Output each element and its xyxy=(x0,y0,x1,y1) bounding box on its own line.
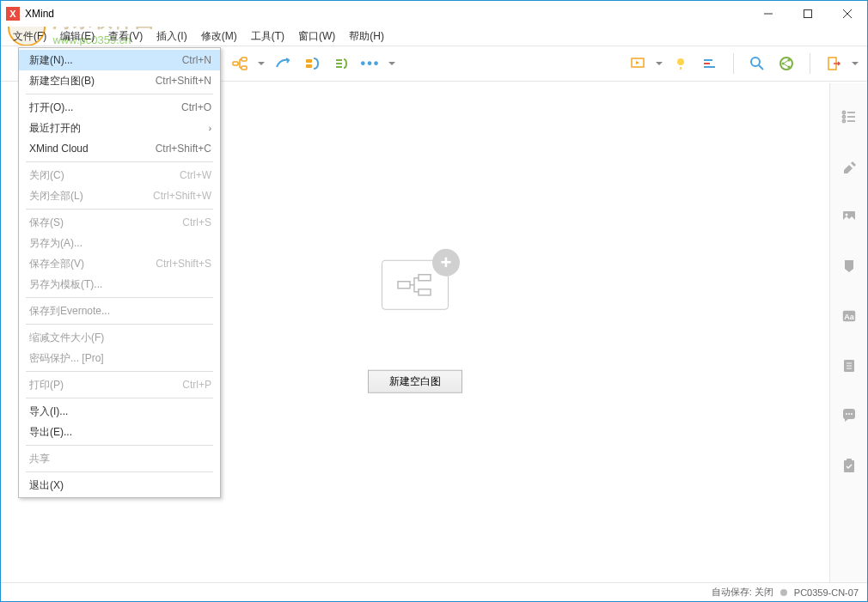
toolbar-boundary-btn[interactable] xyxy=(299,51,325,76)
svg-line-19 xyxy=(759,65,763,70)
svg-rect-17 xyxy=(704,66,715,68)
toolbar-export-btn[interactable] xyxy=(821,51,847,76)
menu-item-export[interactable]: 导出(E)... xyxy=(19,422,220,442)
menu-item-save: 保存(S)Ctrl+S xyxy=(19,212,220,233)
menu-item-open[interactable]: 打开(O)...Ctrl+O xyxy=(19,97,220,118)
menu-item-recent[interactable]: 最近打开的› xyxy=(19,118,220,138)
svg-point-30 xyxy=(842,112,845,114)
status-dot-icon xyxy=(780,589,787,596)
toolbar-separator xyxy=(810,53,810,74)
toolbar-export-drop[interactable] xyxy=(850,51,860,76)
toolbar-gantt-btn[interactable] xyxy=(697,51,723,76)
svg-point-37 xyxy=(845,214,847,216)
svg-line-24 xyxy=(784,61,788,64)
file-menu-dropdown: 新建(N)...Ctrl+N 新建空白图(B)Ctrl+Shift+N 打开(O… xyxy=(18,47,221,498)
toolbar-relationship-btn[interactable] xyxy=(270,51,296,76)
menu-item-exit[interactable]: 退出(X) xyxy=(19,475,220,496)
svg-rect-1 xyxy=(804,10,812,18)
empty-placeholder: + 新建空白图 xyxy=(368,259,462,392)
svg-rect-4 xyxy=(233,62,238,65)
toolbar-separator xyxy=(733,53,734,74)
title-bar: X XMind xyxy=(1,1,867,27)
font-icon[interactable]: Aa xyxy=(840,307,859,325)
menu-view[interactable]: 查看(V) xyxy=(101,27,150,46)
menu-item-close-all: 关闭全部(L)Ctrl+Shift+W xyxy=(19,185,220,206)
menu-separator xyxy=(26,324,213,325)
toolbar-search-btn[interactable] xyxy=(744,51,770,76)
menu-item-new-blank[interactable]: 新建空白图(B)Ctrl+Shift+N xyxy=(19,70,220,91)
menu-item-password: 密码保护... [Pro] xyxy=(19,348,220,368)
menu-item-cloud[interactable]: XMind CloudCtrl+Shift+C xyxy=(19,138,220,159)
menu-separator xyxy=(26,297,213,298)
svg-rect-48 xyxy=(847,459,852,462)
toolbar-summary-btn[interactable] xyxy=(328,51,354,76)
close-button[interactable] xyxy=(828,1,867,27)
svg-rect-28 xyxy=(419,274,431,280)
status-machine: PC0359-CN-07 xyxy=(794,587,859,598)
toolbar-subtopic-btn[interactable] xyxy=(227,51,253,76)
menu-tools[interactable]: 工具(T) xyxy=(244,27,291,46)
new-blank-button[interactable]: 新建空白图 xyxy=(368,369,462,392)
toolbar-share-btn[interactable] xyxy=(773,51,799,76)
menu-item-save-template: 另存为模板(T)... xyxy=(19,274,220,295)
svg-line-25 xyxy=(784,64,788,67)
svg-rect-15 xyxy=(704,59,712,61)
svg-rect-27 xyxy=(398,281,410,288)
marker-icon[interactable] xyxy=(840,257,859,276)
toolbar-brainstorm-btn[interactable] xyxy=(668,51,694,76)
toolbar-present-btn[interactable] xyxy=(625,51,651,76)
minimize-button[interactable] xyxy=(749,1,788,27)
outline-icon[interactable] xyxy=(840,107,859,126)
task-icon[interactable] xyxy=(840,456,859,475)
svg-point-18 xyxy=(751,58,760,66)
notes-icon[interactable] xyxy=(840,356,859,375)
format-icon[interactable] xyxy=(840,157,859,176)
svg-point-32 xyxy=(842,116,845,119)
toolbar-more-btn[interactable]: ••• xyxy=(358,51,383,76)
menu-item-save-as: 另存为(A)... xyxy=(19,233,220,253)
side-panel: Aa xyxy=(829,83,867,582)
menu-item-share: 共享 xyxy=(19,448,220,469)
svg-point-13 xyxy=(677,58,684,65)
menu-modify[interactable]: 修改(M) xyxy=(194,27,244,46)
svg-rect-7 xyxy=(306,59,312,63)
menu-separator xyxy=(26,209,213,210)
svg-text:Aa: Aa xyxy=(844,313,854,321)
svg-rect-16 xyxy=(704,63,710,64)
toolbar-more-drop[interactable] xyxy=(387,51,397,76)
status-autosave: 自动保存: 关闭 xyxy=(712,586,773,599)
comments-icon[interactable] xyxy=(840,406,859,425)
app-title: XMind xyxy=(25,8,54,20)
menu-insert[interactable]: 插入(I) xyxy=(150,27,193,46)
menu-item-save-evernote: 保存到Evernote... xyxy=(19,301,220,321)
svg-point-44 xyxy=(846,413,847,415)
toolbar-subtopic-drop[interactable] xyxy=(256,51,266,76)
maximize-button[interactable] xyxy=(788,1,828,27)
plus-icon: + xyxy=(432,248,460,276)
app-icon: X xyxy=(6,7,20,21)
menu-separator xyxy=(26,445,213,446)
svg-rect-6 xyxy=(241,66,247,70)
menu-separator xyxy=(26,398,213,398)
chevron-right-icon: › xyxy=(209,124,211,133)
toolbar-present-drop[interactable] xyxy=(654,51,664,76)
menu-help[interactable]: 帮助(H) xyxy=(342,27,391,46)
menu-separator xyxy=(26,471,213,472)
svg-point-34 xyxy=(842,120,845,123)
menu-item-import[interactable]: 导入(I)... xyxy=(19,401,220,422)
image-icon[interactable] xyxy=(840,207,859,226)
menu-file[interactable]: 文件(F) xyxy=(6,27,53,46)
menu-item-reduce: 缩减文件大小(F) xyxy=(19,327,220,348)
menu-separator xyxy=(26,161,213,162)
menu-separator xyxy=(26,94,213,94)
svg-rect-5 xyxy=(241,58,247,61)
menu-window[interactable]: 窗口(W) xyxy=(291,27,342,46)
menu-item-save-all: 保存全部(V)Ctrl+Shift+S xyxy=(19,253,220,274)
menu-item-new[interactable]: 新建(N)...Ctrl+N xyxy=(19,50,220,70)
status-bar: 自动保存: 关闭 PC0359-CN-07 xyxy=(1,582,867,601)
mindmap-placeholder-icon: + xyxy=(382,259,449,309)
menu-bar: 文件(F) 编辑(E) 查看(V) 插入(I) 修改(M) 工具(T) 窗口(W… xyxy=(1,27,867,46)
menu-edit[interactable]: 编辑(E) xyxy=(53,27,101,46)
svg-rect-8 xyxy=(306,64,312,68)
svg-rect-29 xyxy=(419,289,431,295)
